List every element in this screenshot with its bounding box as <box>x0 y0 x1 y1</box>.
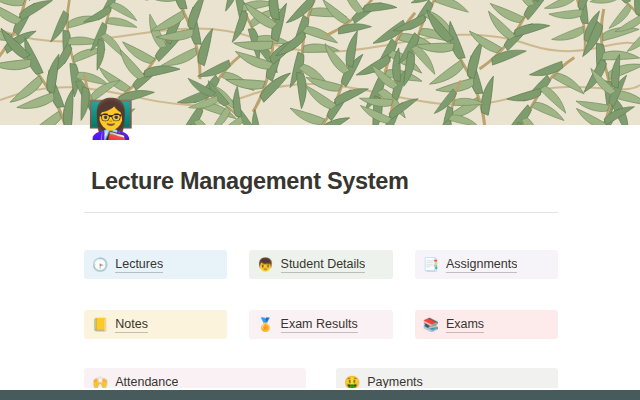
ledger-icon: 📒 <box>92 318 108 331</box>
notes-link[interactable]: Notes <box>115 317 148 333</box>
assignments-link[interactable]: Assignments <box>446 257 518 273</box>
books-icon: 📚 <box>423 318 439 331</box>
student-details-link[interactable]: Student Details <box>281 257 366 273</box>
page-title: Lecture Management System <box>91 168 409 195</box>
card-exam-results[interactable]: 🏅 Exam Results <box>249 310 392 339</box>
card-assignments[interactable]: 📑 Assignments <box>415 250 558 279</box>
student-icon: 👦 <box>257 258 273 271</box>
lectures-link[interactable]: Lectures <box>115 257 163 273</box>
clock-icon: 🕞 <box>92 258 108 271</box>
card-student-details[interactable]: 👦 Student Details <box>249 250 392 279</box>
divider <box>84 212 558 213</box>
card-grid-row-1: 🕞 Lectures 👦 Student Details 📑 Assignmen… <box>84 250 558 279</box>
card-notes[interactable]: 📒 Notes <box>84 310 227 339</box>
card-lectures[interactable]: 🕞 Lectures <box>84 250 227 279</box>
bottom-bar <box>0 388 640 400</box>
card-grid-row-2: 📒 Notes 🏅 Exam Results 📚 Exams <box>84 310 558 339</box>
exams-link[interactable]: Exams <box>446 317 484 333</box>
bookmark-tabs-icon: 📑 <box>423 258 439 271</box>
exam-results-link[interactable]: Exam Results <box>281 317 358 333</box>
page-icon[interactable]: 👩‍🏫 <box>87 97 134 141</box>
card-exams[interactable]: 📚 Exams <box>415 310 558 339</box>
medal-icon: 🏅 <box>257 318 273 331</box>
